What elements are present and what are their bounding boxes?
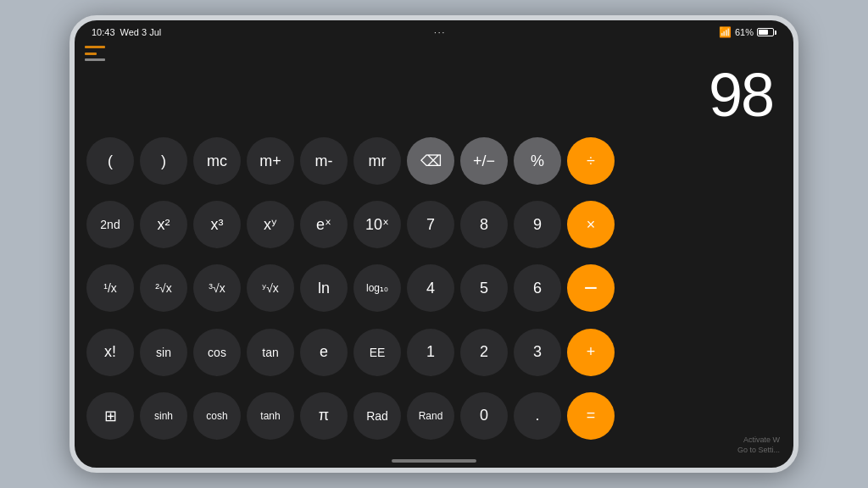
btn-5[interactable]: 5 (460, 264, 508, 312)
btn-divide[interactable]: ÷ (567, 137, 615, 185)
sidebar-button[interactable] (85, 46, 105, 61)
btn-mc[interactable]: mc (193, 137, 241, 185)
display-number: 98 (709, 64, 773, 125)
activate-watermark: Activate W Go to Setti... (737, 435, 780, 456)
button-row-3: ¹/x ²√x ³√x ʸ√x ln log₁₀ 4 5 6 − (86, 264, 782, 323)
battery-icon (757, 28, 776, 36)
btn-2[interactable]: 2 (460, 329, 508, 376)
btn-7[interactable]: 7 (407, 201, 454, 248)
time: 10:43 (92, 27, 115, 37)
calculator-body: ( ) mc m+ m- mr ⌫ +/− % ÷ 2nd x² x³ xʸ e… (75, 132, 793, 468)
btn-cosh[interactable]: cosh (193, 392, 241, 440)
btn-mplus[interactable]: m+ (247, 137, 294, 185)
btn-add[interactable]: + (567, 329, 615, 376)
btn-sinh[interactable]: sinh (140, 392, 187, 440)
btn-ln[interactable]: ln (300, 264, 348, 312)
btn-x2[interactable]: x² (140, 201, 187, 248)
button-row-1: ( ) mc m+ m- mr ⌫ +/− % ÷ (86, 137, 782, 196)
btn-sin[interactable]: sin (140, 329, 187, 376)
battery-percent: 61% (735, 27, 754, 37)
button-row-4: x! sin cos tan e EE 1 2 3 + (86, 329, 782, 387)
btn-6[interactable]: 6 (514, 264, 561, 312)
btn-0[interactable]: 0 (460, 392, 508, 440)
btn-4[interactable]: 4 (407, 264, 454, 312)
display-area: 98 (75, 64, 793, 132)
btn-rand[interactable]: Rand (407, 392, 454, 440)
btn-tan[interactable]: tan (247, 329, 294, 376)
ipad-frame: 10:43 Wed 3 Jul ··· 📶 61% 98 ( (70, 15, 798, 473)
btn-1[interactable]: 1 (407, 329, 454, 376)
btn-ee[interactable]: EE (353, 329, 401, 376)
btn-factorial[interactable]: x! (86, 329, 134, 376)
button-row-5: ⊞ sinh cosh tanh π Rad Rand 0 . = (86, 392, 782, 451)
btn-8[interactable]: 8 (460, 201, 508, 248)
btn-cos[interactable]: cos (193, 329, 241, 376)
btn-log10[interactable]: log₁₀ (353, 264, 401, 312)
btn-rad[interactable]: Rad (353, 392, 401, 440)
btn-pi[interactable]: π (300, 392, 348, 440)
btn-x3[interactable]: x³ (193, 201, 241, 248)
dots: ··· (434, 28, 446, 37)
status-right: 📶 61% (719, 26, 776, 38)
btn-10x[interactable]: 10ˣ (353, 201, 401, 248)
date: Wed 3 Jul (120, 27, 162, 37)
btn-percent[interactable]: % (514, 137, 561, 185)
toolbar-row (75, 44, 793, 64)
btn-2nd[interactable]: 2nd (86, 201, 134, 248)
home-indicator (392, 459, 476, 463)
button-row-2: 2nd x² x³ xʸ eˣ 10ˣ 7 8 9 × (86, 201, 782, 259)
btn-backspace[interactable]: ⌫ (407, 137, 454, 185)
status-center: ··· (434, 28, 446, 37)
btn-subtract[interactable]: − (567, 264, 615, 312)
btn-close-paren[interactable]: ) (140, 137, 187, 185)
btn-multiply[interactable]: × (567, 201, 615, 248)
btn-mr[interactable]: mr (353, 137, 401, 185)
btn-ex[interactable]: eˣ (300, 201, 348, 248)
btn-sqrt3[interactable]: ³√x (193, 264, 241, 312)
btn-9[interactable]: 9 (514, 201, 561, 248)
btn-open-paren[interactable]: ( (86, 137, 134, 185)
btn-3[interactable]: 3 (514, 329, 561, 376)
btn-tanh[interactable]: tanh (247, 392, 294, 440)
btn-xy[interactable]: xʸ (247, 201, 294, 248)
btn-mminus[interactable]: m- (300, 137, 348, 185)
btn-e[interactable]: e (300, 329, 348, 376)
status-bar: 10:43 Wed 3 Jul ··· 📶 61% (75, 20, 793, 44)
btn-equals[interactable]: = (567, 392, 615, 440)
btn-sqrt2[interactable]: ²√x (140, 264, 187, 312)
btn-1overx[interactable]: ¹/x (86, 264, 134, 312)
btn-sqrty[interactable]: ʸ√x (247, 264, 294, 312)
btn-decimal[interactable]: . (514, 392, 561, 440)
status-left: 10:43 Wed 3 Jul (92, 27, 161, 37)
wifi-icon: 📶 (719, 26, 732, 38)
btn-grid[interactable]: ⊞ (86, 392, 134, 440)
btn-plusminus[interactable]: +/− (460, 137, 508, 185)
